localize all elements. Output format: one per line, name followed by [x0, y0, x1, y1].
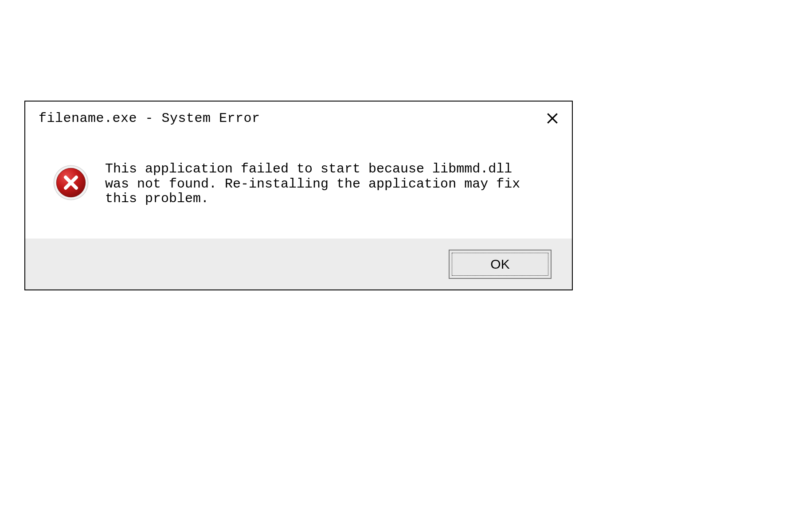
error-icon [52, 164, 90, 202]
error-dialog: filename.exe - System Error [24, 101, 573, 290]
dialog-footer: OK [25, 239, 572, 289]
dialog-content: This application failed to start because… [25, 130, 572, 239]
ok-button[interactable]: OK [449, 250, 552, 279]
ok-button-label: OK [490, 257, 509, 272]
close-icon [545, 111, 559, 125]
dialog-titlebar: filename.exe - System Error [25, 102, 572, 130]
dialog-title: filename.exe - System Error [39, 111, 260, 126]
error-message: This application failed to start because… [105, 162, 545, 207]
close-button[interactable] [544, 110, 561, 127]
